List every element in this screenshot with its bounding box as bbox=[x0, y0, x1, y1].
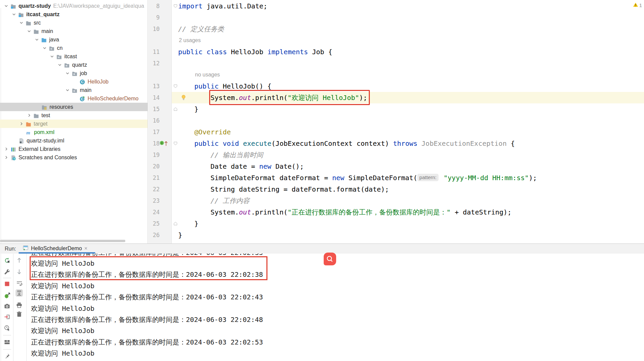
tree-item-src[interactable]: src bbox=[0, 19, 148, 27]
tree-item-pom-xml[interactable]: mpom.xml bbox=[0, 128, 148, 136]
tree-item-job[interactable]: job bbox=[0, 69, 148, 77]
token: @Override bbox=[194, 128, 231, 136]
code-line-25[interactable]: 25} bbox=[148, 218, 644, 229]
tree-item-hellojob[interactable]: CHelloJob bbox=[0, 77, 148, 86]
code-line-11[interactable]: 11public class HelloJob implements Job { bbox=[148, 46, 644, 58]
chevron-down-icon[interactable] bbox=[49, 54, 55, 59]
code-line-19[interactable]: 19// 输出当前时间 bbox=[148, 149, 644, 161]
tree-item-label: target bbox=[34, 121, 47, 127]
clear-trash-icon[interactable] bbox=[15, 310, 23, 318]
chevron-down-icon[interactable] bbox=[34, 37, 39, 42]
chevron-down-icon[interactable] bbox=[11, 12, 17, 17]
tree-item-quartz[interactable]: quartz bbox=[0, 61, 148, 69]
fold-region-icon[interactable] bbox=[173, 141, 178, 147]
tree-item-itcast[interactable]: itcast bbox=[0, 52, 148, 61]
inspections-widget[interactable]: 1 bbox=[633, 2, 642, 8]
code-line-21[interactable]: 21SimpleDateFormat dateFormat = new Simp… bbox=[148, 172, 644, 184]
folder-icon bbox=[33, 113, 39, 119]
fold-region-icon[interactable] bbox=[173, 107, 178, 113]
code-text: Date date = new Date(); bbox=[148, 161, 644, 172]
settings-wrench-icon[interactable] bbox=[3, 268, 11, 275]
tree-item-label: HelloJob bbox=[88, 79, 108, 85]
jump-to-icon[interactable] bbox=[3, 313, 11, 321]
code-line-17[interactable]: 17@Override bbox=[148, 126, 644, 138]
run-tab-helloschedulerdemo[interactable]: HelloSchedulerDemo × bbox=[23, 244, 88, 253]
attach-debugger-icon[interactable] bbox=[3, 292, 11, 299]
chevron-down-icon[interactable] bbox=[65, 88, 70, 93]
code-text: public class HelloJob implements Job { bbox=[148, 46, 644, 58]
stop-icon[interactable] bbox=[3, 280, 11, 288]
tab-close-icon[interactable]: × bbox=[84, 245, 87, 252]
pin-icon[interactable] bbox=[3, 352, 11, 360]
code-line-9[interactable]: 9 bbox=[148, 12, 644, 23]
chevron-right-icon[interactable] bbox=[26, 113, 32, 118]
code-line-8[interactable]: 8import java.util.Date; bbox=[148, 0, 644, 12]
chevron-down-icon[interactable] bbox=[3, 3, 9, 9]
tree-item-test[interactable]: test bbox=[0, 111, 148, 120]
tree-item-cn[interactable]: cn bbox=[0, 44, 148, 52]
class-run-icon: C bbox=[79, 96, 85, 102]
chevron-down-icon[interactable] bbox=[26, 29, 32, 34]
line-number: 21 bbox=[148, 172, 160, 184]
token: .println( bbox=[251, 208, 287, 216]
package-icon bbox=[64, 62, 70, 68]
code-line-26[interactable]: 26} bbox=[148, 229, 644, 241]
class-icon: C bbox=[79, 79, 85, 85]
code-text: // 定义任务类 bbox=[148, 23, 644, 35]
implements-method-gutter-icon[interactable]: I bbox=[160, 141, 168, 146]
usages-inlay-hint[interactable]: no usages bbox=[148, 69, 644, 80]
tree-item-label: HelloSchedulerDemo bbox=[88, 96, 138, 102]
thread-dump-camera-icon[interactable] bbox=[3, 302, 11, 310]
chevron-down-icon[interactable] bbox=[57, 62, 62, 68]
code-line-22[interactable]: 22String dateString = dateFormat.format(… bbox=[148, 184, 644, 195]
fold-region-icon[interactable] bbox=[173, 84, 178, 90]
project-tree-horizontal-scrollbar[interactable] bbox=[0, 240, 125, 242]
rerun-icon[interactable] bbox=[3, 257, 11, 264]
fold-region-icon[interactable] bbox=[173, 221, 178, 227]
package-icon bbox=[72, 88, 77, 93]
code-line-23[interactable]: 23// 工作内容 bbox=[148, 195, 644, 206]
tree-item-java[interactable]: java bbox=[0, 35, 148, 44]
code-line-18[interactable]: 18Ipublic void execute(JobExecutionConte… bbox=[148, 138, 644, 149]
code-line-15[interactable]: 15} bbox=[148, 103, 644, 115]
tree-item-resources[interactable]: resources bbox=[0, 103, 148, 111]
code-line-12[interactable]: 12 bbox=[148, 58, 644, 69]
chevron-down-icon[interactable] bbox=[65, 71, 70, 76]
package-icon bbox=[56, 54, 62, 60]
code-line-24[interactable]: 24System.out.println("正在进行数据库的备份工作，备份数据库… bbox=[148, 206, 644, 218]
tree-item-main[interactable]: main bbox=[0, 86, 148, 94]
tree-item-scratches-and-consoles[interactable]: Scratches and Consoles bbox=[0, 153, 148, 162]
tree-item-quartz-study[interactable]: quartz-studyE:\JAVA\workspace_atguigu_id… bbox=[0, 2, 148, 10]
print-icon[interactable] bbox=[15, 301, 23, 309]
tree-item-helloschedulerdemo[interactable]: CHelloSchedulerDemo bbox=[0, 94, 148, 103]
code-line-20[interactable]: 20Date date = new Date(); bbox=[148, 161, 644, 172]
restore-layout-icon[interactable] bbox=[3, 338, 11, 346]
tree-item-quartz-study-iml[interactable]: quartz-study.iml bbox=[0, 136, 148, 145]
down-arrow-icon[interactable] bbox=[15, 268, 23, 275]
token: HelloJob() { bbox=[219, 82, 271, 90]
line-number: 8 bbox=[148, 0, 160, 12]
run-history-clock-icon[interactable] bbox=[3, 324, 11, 332]
code-text: } bbox=[148, 103, 644, 115]
tree-item-itcast-quartz[interactable]: itcast_quartz bbox=[0, 10, 148, 19]
chevron-down-icon[interactable] bbox=[42, 45, 47, 51]
tree-item-target[interactable]: target bbox=[0, 120, 148, 128]
intention-bulb-icon[interactable] bbox=[181, 95, 186, 102]
code-line-16[interactable]: 16 bbox=[148, 115, 644, 126]
code-line-10[interactable]: 10// 定义任务类 bbox=[148, 23, 644, 35]
up-arrow-icon[interactable] bbox=[15, 257, 23, 264]
tree-item-main[interactable]: main bbox=[0, 27, 148, 35]
scroll-to-end-icon[interactable] bbox=[15, 289, 23, 297]
tree-item-external-libraries[interactable]: External Libraries bbox=[0, 145, 148, 153]
tree-item-label: src bbox=[34, 20, 41, 26]
line-number: 25 bbox=[148, 218, 160, 229]
fold-region-icon[interactable] bbox=[173, 4, 178, 10]
soft-wrap-icon[interactable] bbox=[15, 280, 23, 287]
chevron-right-icon[interactable] bbox=[3, 155, 9, 160]
chevron-right-icon[interactable] bbox=[3, 146, 9, 152]
svg-text:I: I bbox=[161, 141, 162, 145]
magnifier-annotation-badge bbox=[324, 253, 336, 265]
chevron-down-icon[interactable] bbox=[19, 20, 24, 26]
usages-inlay-hint[interactable]: 2 usages bbox=[148, 35, 644, 46]
chevron-right-icon[interactable] bbox=[19, 121, 24, 127]
